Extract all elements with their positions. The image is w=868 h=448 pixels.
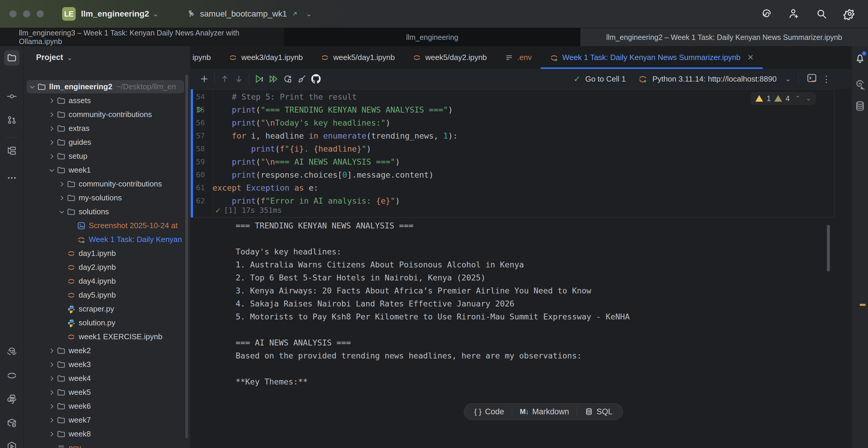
clear-outputs-button[interactable] bbox=[295, 72, 309, 86]
tree-item-scraper-py[interactable]: scraper.py bbox=[24, 302, 191, 316]
chevron-collapsed-icon[interactable] bbox=[47, 361, 57, 368]
run-cell-select-below-button[interactable] bbox=[252, 72, 267, 86]
tree-item-week4[interactable]: week4 bbox=[24, 372, 191, 385]
add-sql-cell-button[interactable]: SQL bbox=[577, 404, 620, 420]
tree-item-community-contributions[interactable]: community-contributions bbox=[24, 177, 191, 191]
code-line-58[interactable]: 58 print(f"{i}. {headline}") bbox=[193, 142, 832, 155]
more-tools-button[interactable] bbox=[0, 172, 24, 183]
project-tool-button[interactable] bbox=[0, 50, 24, 66]
code-line-55[interactable]: 55 print("=== TRENDING KENYAN NEWS ANALY… bbox=[193, 103, 832, 116]
chevron-collapsed-icon[interactable] bbox=[47, 403, 57, 410]
ai-search-tool-button[interactable] bbox=[852, 79, 868, 91]
pull-requests-tool-button[interactable] bbox=[0, 115, 24, 125]
tree-item-week5[interactable]: week5 bbox=[24, 385, 191, 399]
code-cell[interactable]: 54 # Step 5: Print the result55 print("=… bbox=[193, 89, 835, 218]
maximize-window-button[interactable] bbox=[37, 10, 44, 18]
chevron-collapsed-icon[interactable] bbox=[47, 153, 57, 160]
tree-item-my-solutions[interactable]: my-solutions bbox=[24, 191, 191, 205]
commit-tool-button[interactable] bbox=[0, 91, 24, 102]
tree-item-week2[interactable]: week2 bbox=[24, 344, 191, 358]
window-tab-llm-engineering2[interactable]: llm_engineering2 – Week 1 Task: Daily Ke… bbox=[580, 28, 868, 46]
window-tab-llm-engineering[interactable]: llm_engineering bbox=[284, 28, 580, 46]
next-problem-chevron-icon[interactable]: ⌄ bbox=[806, 95, 811, 102]
tree-item-llm-engineering2[interactable]: llm_engineering2~/Desktop/llm_en bbox=[24, 80, 191, 94]
structure-tool-button[interactable] bbox=[0, 146, 24, 156]
ai-assistant-icon[interactable] bbox=[760, 8, 772, 20]
jupyter-variables-tool-button[interactable] bbox=[0, 370, 24, 381]
move-cell-up-button[interactable] bbox=[218, 72, 232, 86]
tree-item-week7[interactable]: week7 bbox=[24, 413, 191, 427]
chevron-collapsed-icon[interactable] bbox=[47, 389, 57, 396]
tree-item-week1-exercise-ipynb[interactable]: week1 EXERCISE.ipynb bbox=[24, 330, 191, 344]
output-scrollbar[interactable] bbox=[827, 225, 830, 271]
editor-tab-week5-day1-ipynb[interactable]: week5/day1.ipynb bbox=[312, 46, 404, 69]
tree-item-day4-ipynb[interactable]: day4.ipynb bbox=[24, 274, 191, 288]
window-tab-llm-engineering3[interactable]: llm_engineering3 – Week 1 Task: Kenyan D… bbox=[0, 28, 284, 46]
code-line-57[interactable]: 57 for i, headline in enumerate(trending… bbox=[193, 129, 832, 142]
editor-tab-week-1-task-daily-kenyan-news-summarizer-ipynb[interactable]: Week 1 Task: Daily Kenyan News Summarize… bbox=[541, 46, 763, 69]
goto-cell-button[interactable]: Go to Cell 1 bbox=[585, 74, 626, 84]
add-cell-button[interactable] bbox=[197, 72, 211, 86]
chevron-expanded-icon[interactable] bbox=[27, 83, 37, 90]
chevron-collapsed-icon[interactable] bbox=[47, 125, 57, 132]
close-window-button[interactable] bbox=[9, 10, 17, 18]
editor-tab-week3-day1-ipynb[interactable]: week3/day1.ipynb bbox=[220, 46, 312, 69]
chevron-expanded-icon[interactable] bbox=[57, 209, 67, 216]
tree-item-setup[interactable]: setup bbox=[24, 149, 191, 163]
tree-item-assets[interactable]: assets bbox=[24, 94, 191, 107]
chevron-collapsed-icon[interactable] bbox=[47, 347, 57, 354]
run-all-cells-button[interactable] bbox=[267, 72, 281, 86]
code-line-61[interactable]: 61except Exception as e: bbox=[193, 181, 832, 194]
tree-item-day2-ipynb[interactable]: day2.ipynb bbox=[24, 260, 191, 274]
move-cell-down-button[interactable] bbox=[232, 72, 246, 86]
chevron-collapsed-icon[interactable] bbox=[57, 194, 67, 201]
tree-item-day5-ipynb[interactable]: day5.ipynb bbox=[24, 288, 191, 302]
tree-item-week3[interactable]: week3 bbox=[24, 358, 191, 372]
tree-item-community-contributions[interactable]: community-contributions bbox=[24, 107, 191, 122]
tree-item-extras[interactable]: extras bbox=[24, 122, 191, 135]
minimize-window-button[interactable] bbox=[23, 10, 30, 18]
scrollbar-warning-stripe[interactable] bbox=[860, 304, 866, 306]
code-line-54[interactable]: 54 # Step 5: Print the result bbox=[193, 90, 832, 103]
ai-assistant-tool-button[interactable] bbox=[0, 346, 24, 358]
chevron-collapsed-icon[interactable] bbox=[47, 111, 57, 118]
chevron-expanded-icon[interactable] bbox=[47, 167, 57, 174]
search-icon[interactable] bbox=[815, 8, 828, 20]
inspection-widget[interactable]: 1 4 ⌃ ⌄ bbox=[751, 92, 816, 105]
more-options-button[interactable]: ⋮ bbox=[822, 74, 831, 84]
editor-tab--env[interactable]: .env bbox=[496, 46, 541, 69]
tree-item-day1-ipynb[interactable]: day1.ipynb bbox=[24, 247, 191, 260]
chevron-collapsed-icon[interactable] bbox=[47, 417, 57, 424]
code-line-62[interactable]: 62 print(f"Error in AI analysis: {e}") bbox=[193, 194, 832, 207]
code-line-59[interactable]: 59 print("\n=== AI NEWS ANALYSIS ===") bbox=[193, 155, 832, 168]
kernel-selector[interactable]: Python 3.11.14: http://localhost:8890 bbox=[652, 74, 777, 84]
chevron-collapsed-icon[interactable] bbox=[47, 430, 57, 438]
tree-item-screenshot-2025-10-24-at[interactable]: Screenshot 2025-10-24 at bbox=[24, 219, 191, 232]
branch-selector[interactable]: samuel_bootcamp_wk1 ⌄ bbox=[187, 9, 312, 19]
chevron-collapsed-icon[interactable] bbox=[47, 139, 57, 146]
tree-item-solution-py[interactable]: solution.py bbox=[24, 316, 191, 330]
python-packages-tool-button[interactable] bbox=[0, 417, 24, 428]
chevron-collapsed-icon[interactable] bbox=[47, 375, 57, 382]
tree-item-week-1-task-daily-kenyan[interactable]: Week 1 Task: Daily Kenyan bbox=[24, 232, 191, 247]
tree-item-solutions[interactable]: solutions bbox=[24, 205, 191, 219]
settings-gear-icon[interactable] bbox=[843, 7, 856, 21]
prev-problem-chevron-icon[interactable]: ⌃ bbox=[795, 95, 800, 102]
add-markdown-cell-button[interactable]: M↓ Markdown bbox=[512, 404, 577, 420]
services-tool-button[interactable] bbox=[0, 441, 24, 448]
python-console-tool-button[interactable] bbox=[0, 394, 24, 405]
tree-scrollbar[interactable] bbox=[185, 75, 188, 438]
restart-kernel-button[interactable] bbox=[281, 72, 295, 86]
add-user-icon[interactable] bbox=[787, 8, 800, 20]
tree-item-env[interactable]: env bbox=[24, 441, 191, 448]
editor-tab-week5-day2-ipynb[interactable]: week5/day2.ipynb bbox=[404, 46, 495, 69]
chevron-collapsed-icon[interactable] bbox=[47, 97, 57, 104]
add-code-cell-button[interactable]: { } Code bbox=[467, 404, 512, 420]
chevron-collapsed-icon[interactable] bbox=[57, 181, 67, 188]
tree-item-week6[interactable]: week6 bbox=[24, 399, 191, 413]
project-selector[interactable]: llm_engineering2 bbox=[81, 9, 149, 19]
tree-item-week1[interactable]: week1 bbox=[24, 163, 191, 177]
window-controls[interactable] bbox=[9, 10, 44, 18]
tree-item-week8[interactable]: week8 bbox=[24, 427, 191, 441]
database-tool-button[interactable] bbox=[852, 100, 868, 112]
